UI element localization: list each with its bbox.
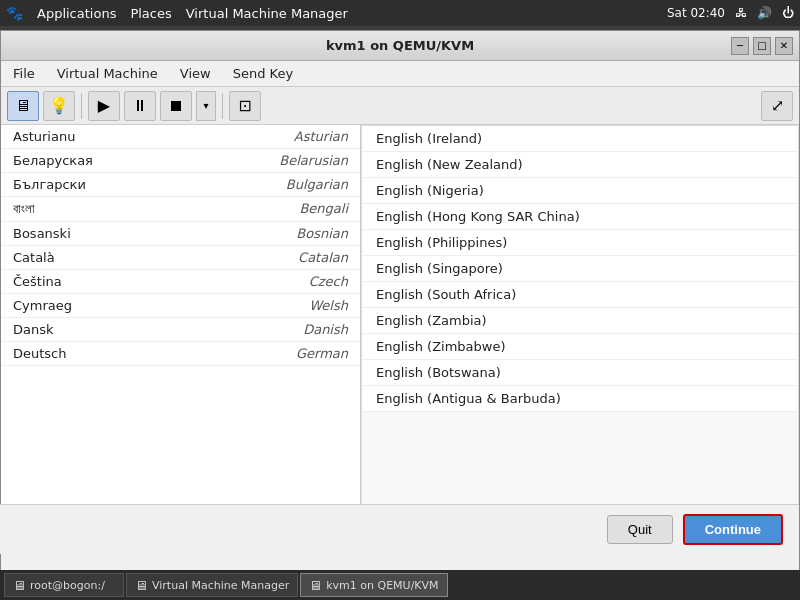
language-item[interactable]: DanskDanish xyxy=(1,318,360,342)
lang-english: Asturian xyxy=(294,129,348,144)
screenshot-button[interactable]: ⊡ xyxy=(229,91,261,121)
close-button[interactable]: ✕ xyxy=(775,37,793,55)
content-area: AsturianuAsturianБеларускаяBelarusianБъл… xyxy=(1,125,799,505)
lang-english: Bulgarian xyxy=(286,177,348,192)
taskbar-item-vmm[interactable]: 🖥 Virtual Machine Manager xyxy=(126,573,298,597)
english-variant-item[interactable]: English (Botswana) xyxy=(362,360,798,386)
lang-native: বাংলা xyxy=(13,201,35,217)
lang-native: Cymraeg xyxy=(13,298,72,313)
lang-english: Danish xyxy=(303,322,348,337)
title-bar: kvm1 on QEMU/KVM − □ ✕ xyxy=(1,31,799,61)
lang-native: Bosanski xyxy=(13,226,71,241)
english-variant-item[interactable]: English (Antigua & Barbuda) xyxy=(362,386,798,412)
window-title: kvm1 on QEMU/KVM xyxy=(326,38,474,53)
language-item[interactable]: CymraegWelsh xyxy=(1,294,360,318)
taskbar-kvm-icon: 🖥 xyxy=(309,578,322,593)
bottom-bar: Quit Continue xyxy=(0,504,799,554)
menu-vm[interactable]: Virtual Machine xyxy=(49,64,166,83)
volume-icon: 🔊 xyxy=(757,6,772,20)
language-item[interactable]: BosanskiBosnian xyxy=(1,222,360,246)
language-item[interactable]: CatalàCatalan xyxy=(1,246,360,270)
taskbar-kvm-label: kvm1 on QEMU/KVM xyxy=(326,579,438,592)
english-variant-item[interactable]: English (New Zealand) xyxy=(362,152,798,178)
system-bar: 🐾 Applications Places Virtual Machine Ma… xyxy=(0,0,800,26)
maximize-button[interactable]: □ xyxy=(753,37,771,55)
lang-english: Czech xyxy=(309,274,348,289)
language-item[interactable]: AsturianuAsturian xyxy=(1,125,360,149)
network-icon: 🖧 xyxy=(735,6,747,20)
stop-button[interactable]: ⏹ xyxy=(160,91,192,121)
toolbar-separator-2 xyxy=(222,93,223,119)
taskbar: 🖥 root@bogon:/ 🖥 Virtual Machine Manager… xyxy=(0,570,800,600)
toolbar-separator xyxy=(81,93,82,119)
language-item[interactable]: БеларускаяBelarusian xyxy=(1,149,360,173)
language-list: AsturianuAsturianБеларускаяBelarusianБъл… xyxy=(1,125,360,366)
lang-english: Welsh xyxy=(309,298,348,313)
language-item[interactable]: DeutschGerman xyxy=(1,342,360,366)
power-icon[interactable]: ⏻ xyxy=(782,6,794,20)
lang-native: Български xyxy=(13,177,86,192)
taskbar-vmm-icon: 🖥 xyxy=(135,578,148,593)
applications-menu[interactable]: Applications xyxy=(37,6,116,21)
lang-native: Čeština xyxy=(13,274,62,289)
english-variant-item[interactable]: English (South Africa) xyxy=(362,282,798,308)
english-variant-item[interactable]: English (Nigeria) xyxy=(362,178,798,204)
bulb-button[interactable]: 💡 xyxy=(43,91,75,121)
quit-button[interactable]: Quit xyxy=(607,515,673,544)
toolbar: 🖥 💡 ▶ ⏸ ⏹ ▾ ⊡ ⤢ xyxy=(1,87,799,125)
main-window: kvm1 on QEMU/KVM − □ ✕ File Virtual Mach… xyxy=(0,30,800,585)
lang-english: Bosnian xyxy=(296,226,348,241)
language-item[interactable]: БългарскиBulgarian xyxy=(1,173,360,197)
lang-english: Belarusian xyxy=(279,153,348,168)
play-button[interactable]: ▶ xyxy=(88,91,120,121)
clock-display: Sat 02:40 xyxy=(667,6,725,20)
taskbar-item-root[interactable]: 🖥 root@bogon:/ xyxy=(4,573,124,597)
english-variant-item[interactable]: English (Zimbabwe) xyxy=(362,334,798,360)
language-item[interactable]: ČeštinaCzech xyxy=(1,270,360,294)
monitor-button[interactable]: 🖥 xyxy=(7,91,39,121)
lang-native: Беларуская xyxy=(13,153,93,168)
menu-view[interactable]: View xyxy=(172,64,219,83)
english-variant-item[interactable]: English (Hong Kong SAR China) xyxy=(362,204,798,230)
lang-native: Dansk xyxy=(13,322,54,337)
menu-sendkey[interactable]: Send Key xyxy=(225,64,301,83)
power-dropdown[interactable]: ▾ xyxy=(196,91,216,121)
taskbar-item-kvm[interactable]: 🖥 kvm1 on QEMU/KVM xyxy=(300,573,447,597)
continue-button[interactable]: Continue xyxy=(683,514,783,545)
system-apps-icon: 🐾 xyxy=(6,5,23,21)
taskbar-root-label: root@bogon:/ xyxy=(30,579,105,592)
lang-native: Asturianu xyxy=(13,129,75,144)
vm-manager-menu[interactable]: Virtual Machine Manager xyxy=(186,6,348,21)
lang-native: Deutsch xyxy=(13,346,67,361)
english-variant-item[interactable]: English (Ireland) xyxy=(362,126,798,152)
lang-english: Bengali xyxy=(299,201,348,217)
menu-file[interactable]: File xyxy=(5,64,43,83)
english-variant-item[interactable]: English (Singapore) xyxy=(362,256,798,282)
language-item[interactable]: বাংলাBengali xyxy=(1,197,360,222)
fullscreen-button[interactable]: ⤢ xyxy=(761,91,793,121)
right-language-panel: English (Ireland)English (New Zealand)En… xyxy=(361,125,799,505)
menu-bar: File Virtual Machine View Send Key xyxy=(1,61,799,87)
taskbar-root-icon: 🖥 xyxy=(13,578,26,593)
left-language-panel: AsturianuAsturianБеларускаяBelarusianБъл… xyxy=(1,125,361,505)
minimize-button[interactable]: − xyxy=(731,37,749,55)
lang-english: German xyxy=(296,346,348,361)
places-menu[interactable]: Places xyxy=(130,6,171,21)
english-variant-item[interactable]: English (Zambia) xyxy=(362,308,798,334)
english-variant-item[interactable]: English (Philippines) xyxy=(362,230,798,256)
pause-button[interactable]: ⏸ xyxy=(124,91,156,121)
taskbar-vmm-label: Virtual Machine Manager xyxy=(152,579,289,592)
lang-native: Català xyxy=(13,250,55,265)
lang-english: Catalan xyxy=(298,250,348,265)
english-variants-list: English (Ireland)English (New Zealand)En… xyxy=(362,126,798,412)
